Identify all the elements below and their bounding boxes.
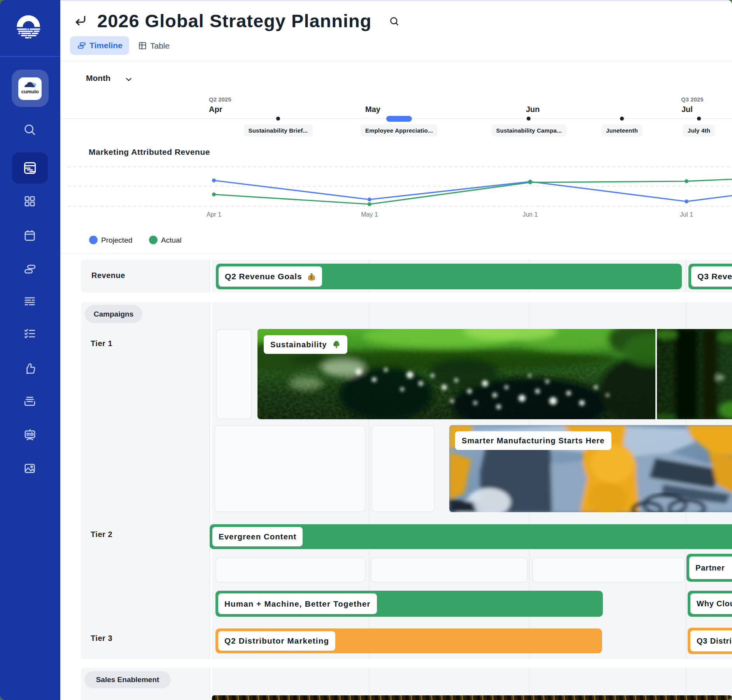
svg-text:$: $ [310,275,312,280]
